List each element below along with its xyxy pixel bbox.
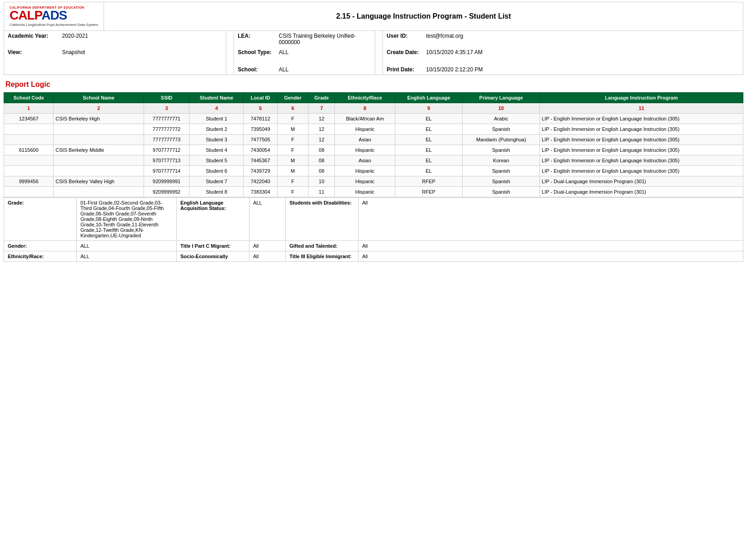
primary-lang: Mandarin (Putonghua) xyxy=(463,135,540,145)
ssid: 9707777712 xyxy=(144,145,189,155)
logo: CALPADS xyxy=(10,9,98,22)
english-lang: EL xyxy=(395,124,463,135)
english-lang: EL xyxy=(395,114,463,124)
lip: LIP - English Immersion or English Langu… xyxy=(540,166,743,176)
col-student-name: Student Name xyxy=(189,93,244,103)
logo-area: California DEPARTMENT OF EDUCATION CALPA… xyxy=(4,2,104,30)
col-primary-lang: Primary Language xyxy=(463,93,540,103)
local-id: 7422040 xyxy=(244,176,277,187)
school-value: ALL xyxy=(279,66,289,73)
table-row: 1234567CSIS Berkeley High7777777771Stude… xyxy=(4,114,743,124)
title3-value: All xyxy=(359,251,743,262)
local-id: 7478112 xyxy=(244,114,277,124)
student-name: Student 6 xyxy=(189,166,244,176)
view-value: Snapshot xyxy=(62,49,85,55)
lip: LIP - English Immersion or English Langu… xyxy=(540,124,743,135)
gender: M xyxy=(277,166,308,176)
school-name xyxy=(54,124,144,135)
ethnicity: Asian xyxy=(335,155,395,166)
col-num-9: 9 xyxy=(395,103,463,114)
local-id: 7430054 xyxy=(244,145,277,155)
english-lang: EL xyxy=(395,145,463,155)
gender-value: ALL xyxy=(77,241,177,251)
ethnicity: Hispanic xyxy=(335,124,395,135)
gifted-value: All xyxy=(359,241,743,251)
primary-lang: Spanish xyxy=(463,145,540,155)
ssid: 7777777773 xyxy=(144,135,189,145)
ssid: 7777777772 xyxy=(144,124,189,135)
grade: 12 xyxy=(308,114,335,124)
school-name: CSIS Berkeley High xyxy=(54,114,144,124)
table-row: 9707777713Student 57445367M08AsianELKore… xyxy=(4,155,743,166)
student-name: Student 1 xyxy=(189,114,244,124)
student-name: Student 8 xyxy=(189,187,244,197)
table-row: 9999456CSIS Berkeley Valley High92099999… xyxy=(4,176,743,187)
school-code: 9999456 xyxy=(4,176,54,187)
school-type-label: School Type: xyxy=(238,49,271,55)
col-ssid: SSID xyxy=(144,93,189,103)
lip: LIP - Dual-Language Immersion Program (3… xyxy=(540,176,743,187)
col-english-lang: English Language xyxy=(395,93,463,103)
table-row: 9707777714Student 67439729M08HispanicELS… xyxy=(4,166,743,176)
student-name: Student 2 xyxy=(189,124,244,135)
grade: 08 xyxy=(308,145,335,155)
ela-label: English Language Acquisition Status: xyxy=(177,198,249,241)
gender: M xyxy=(277,124,308,135)
col-num-3: 3 xyxy=(144,103,189,114)
student-name: Student 3 xyxy=(189,135,244,145)
english-lang: EL xyxy=(395,155,463,166)
english-lang: EL xyxy=(395,135,463,145)
student-name: Student 5 xyxy=(189,155,244,166)
gender: F xyxy=(277,145,308,155)
ssid: 9707777713 xyxy=(144,155,189,166)
grade-label: Grade: xyxy=(4,198,77,241)
gender: F xyxy=(277,135,308,145)
school-code xyxy=(4,124,54,135)
col-num-1: 1 xyxy=(4,103,54,114)
footer-table: Grade: 01-First Grade,02-Second Grade,03… xyxy=(4,197,743,262)
col-num-6: 6 xyxy=(277,103,308,114)
school-name xyxy=(54,187,144,197)
school-code xyxy=(4,166,54,176)
local-id: 7445367 xyxy=(244,155,277,166)
school-name: CSIS Berkeley Middle xyxy=(54,145,144,155)
swd-value: All xyxy=(359,198,743,241)
table-header-row: School Code School Name SSID Student Nam… xyxy=(4,93,743,103)
school-code xyxy=(4,135,54,145)
grade: 12 xyxy=(308,135,335,145)
data-table: School Code School Name SSID Student Nam… xyxy=(4,92,743,197)
print-date-label: Print Date: xyxy=(387,66,414,73)
school-type-value: ALL xyxy=(279,49,289,55)
grade-value: 01-First Grade,02-Second Grade,03-Third … xyxy=(77,198,177,241)
report-logic-heading: Report Logic xyxy=(4,75,743,92)
logo-ads-text: ADS xyxy=(41,8,67,22)
col-school-name: School Name xyxy=(54,93,144,103)
ethnicity: Hispanic xyxy=(335,187,395,197)
footer-row-ethnicity: Ethnicity/Race: ALL Socio-Economically A… xyxy=(4,251,743,262)
col-gender: Gender xyxy=(277,93,308,103)
gifted-label: Gifted and Talented: xyxy=(286,241,359,251)
view-label: View: xyxy=(8,49,22,55)
english-lang: RFEP xyxy=(395,176,463,187)
create-date-value: 10/15/2020 4:35:17 AM xyxy=(426,49,483,55)
table-row: 9209999992Student 87383304F11HispanicRFE… xyxy=(4,187,743,197)
english-lang: EL xyxy=(395,166,463,176)
local-id: 7439729 xyxy=(244,166,277,176)
report-title: 2.15 - Language Instruction Program - St… xyxy=(104,8,743,25)
school-code: 1234567 xyxy=(4,114,54,124)
local-id: 7477505 xyxy=(244,135,277,145)
lip: LIP - English Immersion or English Langu… xyxy=(540,145,743,155)
gender: F xyxy=(277,187,308,197)
lip: LIP - English Immersion or English Langu… xyxy=(540,155,743,166)
lea-label: LEA: xyxy=(238,33,250,39)
swd-label: Students with Disabilities: xyxy=(286,198,359,241)
grade: 12 xyxy=(308,124,335,135)
footer-row-gender: Gender: ALL Title I Part C Migrant: All … xyxy=(4,241,743,251)
column-numbers-row: 1 2 3 4 5 6 7 8 9 10 11 xyxy=(4,103,743,114)
col-num-4: 4 xyxy=(189,103,244,114)
gender: F xyxy=(277,176,308,187)
primary-lang: Spanish xyxy=(463,187,540,197)
local-id: 7383304 xyxy=(244,187,277,197)
primary-lang: Arabic xyxy=(463,114,540,124)
col-num-5: 5 xyxy=(244,103,277,114)
